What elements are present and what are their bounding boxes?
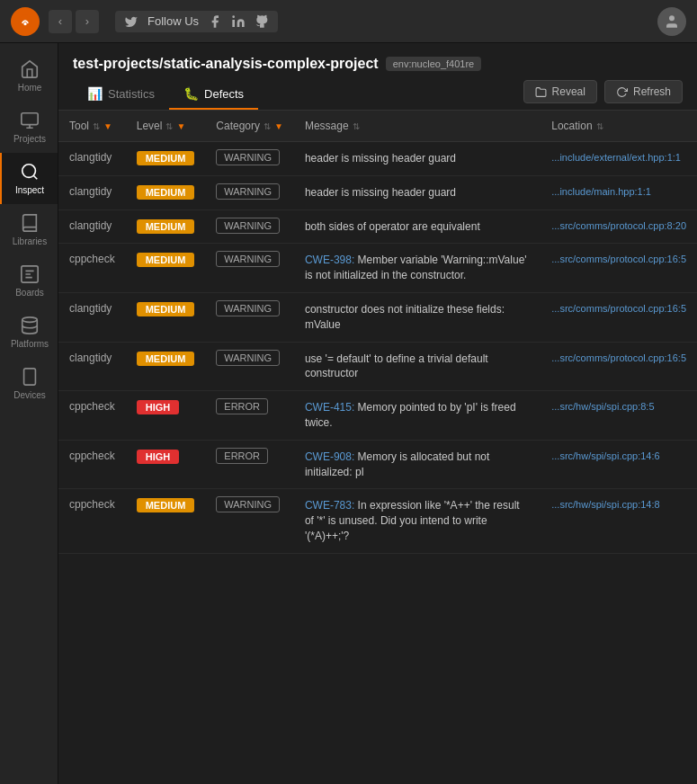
cell-category: WARNING [205,489,294,553]
statistics-tab-icon: 📊 [87,86,103,101]
sidebar-projects-label: Projects [13,134,46,144]
cwe-link[interactable]: CWE-908: [305,450,354,463]
tab-statistics[interactable]: 📊 Statistics [73,79,169,110]
location-link[interactable]: ...include/external/ext.hpp:1:1 [551,152,681,163]
cell-message: use '= default' to define a trivial defa… [294,342,541,391]
nav-back-button[interactable]: ‹ [49,10,72,33]
cell-category: WARNING [205,175,294,209]
cell-location[interactable]: ...src/hw/spi/spi.cpp:14:8 [541,489,697,553]
cell-tool: clangtidy [58,342,126,391]
category-sort-icon: ⇅ [264,121,271,131]
level-sort-icon: ⇅ [165,121,173,131]
location-link[interactable]: ...src/comms/protocol.cpp:16:5 [551,254,686,264]
cell-location[interactable]: ...src/hw/spi/spi.cpp:14:6 [541,440,697,489]
cwe-link[interactable]: CWE-415: [305,401,354,414]
tabs-row: 📊 Statistics 🐛 Defects Reveal [58,72,697,111]
cell-message: both sides of operator are equivalent [294,209,541,244]
sidebar-item-libraries[interactable]: Libraries [0,204,58,255]
table-row: clangtidyMEDIUMWARNINGconstructor does n… [58,292,697,342]
cwe-link[interactable]: CWE-398: [305,254,354,266]
defects-tab-icon: 🐛 [183,86,199,101]
table-row: clangtidyMEDIUMWARNINGheader is missing … [58,175,697,209]
cell-message: CWE-783: In expression like '*A++' the r… [294,489,541,553]
linkedin-icon[interactable] [231,14,246,29]
location-link[interactable]: ...src/comms/protocol.cpp:16:5 [551,303,686,314]
cell-location[interactable]: ...include/external/ext.hpp:1:1 [541,142,697,176]
cell-location[interactable]: ...src/hw/spi/spi.cpp:8:5 [541,391,697,441]
tab-defects[interactable]: 🐛 Defects [169,79,258,110]
cell-message: header is missing header guard [294,175,541,209]
sidebar-boards-label: Boards [15,288,44,298]
sidebar-item-platforms[interactable]: Platforms [0,307,58,358]
cell-level: MEDIUM [126,142,206,176]
sidebar-libraries-label: Libraries [13,236,47,246]
location-link[interactable]: ...src/comms/protocol.cpp:8:20 [551,220,686,231]
user-avatar[interactable] [657,7,686,36]
refresh-button[interactable]: Refresh [604,80,683,103]
location-link[interactable]: ...src/hw/spi/spi.cpp:14:8 [551,499,659,510]
table-row: clangtidyMEDIUMWARNINGheader is missing … [58,142,697,176]
refresh-label: Refresh [633,85,671,98]
col-message[interactable]: Message ⇅ [294,111,541,142]
sidebar-platforms-label: Platforms [11,339,49,349]
nav-arrows: ‹ › [49,10,99,33]
cwe-link[interactable]: CWE-783: [305,499,354,512]
cell-location[interactable]: ...src/comms/protocol.cpp:16:5 [541,244,697,293]
project-header: test-projects/static-analysis-complex-pr… [58,43,697,72]
col-location[interactable]: Location ⇅ [541,111,697,142]
sidebar-inspect-label: Inspect [15,185,44,195]
sidebar-item-boards[interactable]: Boards [0,255,58,307]
cell-level: MEDIUM [126,244,206,293]
cell-category: WARNING [205,292,294,342]
cell-tool: cppcheck [58,489,126,553]
location-link[interactable]: ...include/main.hpp:1:1 [551,186,651,197]
cell-message: CWE-415: Memory pointed to by 'pI' is fr… [294,391,541,441]
cell-tool: cppcheck [58,391,126,441]
table-body: clangtidyMEDIUMWARNINGheader is missing … [58,142,697,554]
svg-point-2 [232,15,235,18]
github-icon[interactable] [255,14,269,29]
location-link[interactable]: ...src/hw/spi/spi.cpp:8:5 [551,401,654,412]
svg-line-6 [33,175,37,179]
defects-table: Tool ⇅ ▼ Level ⇅ ▼ [58,111,697,554]
reveal-button[interactable]: Reveal [523,80,597,103]
cell-level: MEDIUM [126,209,206,244]
cell-location[interactable]: ...src/comms/protocol.cpp:8:20 [541,209,697,244]
col-category[interactable]: Category ⇅ ▼ [205,111,294,142]
facebook-icon[interactable] [208,14,222,29]
svg-point-8 [22,317,38,323]
cell-message: CWE-398: Member variable 'Warning::mValu… [294,244,541,293]
defects-tab-label: Defects [204,87,244,101]
nav-forward-button[interactable]: › [76,10,99,33]
cell-tool: clangtidy [58,209,126,244]
content-area: test-projects/static-analysis-complex-pr… [58,43,697,784]
env-badge: env:nucleo_f401re [386,57,482,71]
app-logo[interactable] [11,7,40,36]
category-filter-icon[interactable]: ▼ [274,121,283,131]
cell-category: ERROR [205,391,294,441]
location-link[interactable]: ...src/comms/protocol.cpp:16:5 [551,352,686,363]
table-header-row: Tool ⇅ ▼ Level ⇅ ▼ [58,111,697,142]
cell-location[interactable]: ...src/comms/protocol.cpp:16:5 [541,342,697,391]
sidebar-item-inspect[interactable]: Inspect [0,153,58,204]
sidebar-item-home[interactable]: Home [0,50,58,102]
cell-location[interactable]: ...include/main.hpp:1:1 [541,175,697,209]
cell-message: constructor does not initialize these fi… [294,292,541,342]
tabs: 📊 Statistics 🐛 Defects [73,79,523,110]
message-sort-icon: ⇅ [353,121,360,131]
cell-location[interactable]: ...src/comms/protocol.cpp:16:5 [541,292,697,342]
sidebar-item-devices[interactable]: Devices [0,358,58,409]
twitter-icon[interactable] [124,14,139,29]
svg-point-1 [23,22,26,24]
col-level[interactable]: Level ⇅ ▼ [126,111,206,142]
location-link[interactable]: ...src/hw/spi/spi.cpp:14:6 [551,450,659,461]
sidebar-item-projects[interactable]: Projects [0,102,58,153]
tool-filter-icon[interactable]: ▼ [103,121,112,131]
cell-tool: clangtidy [58,142,126,176]
defects-table-container[interactable]: Tool ⇅ ▼ Level ⇅ ▼ [58,111,697,784]
sidebar-devices-label: Devices [13,390,46,400]
svg-point-5 [22,165,36,178]
col-tool[interactable]: Tool ⇅ ▼ [58,111,126,142]
level-filter-icon[interactable]: ▼ [176,121,185,131]
reveal-label: Reveal [552,85,585,98]
